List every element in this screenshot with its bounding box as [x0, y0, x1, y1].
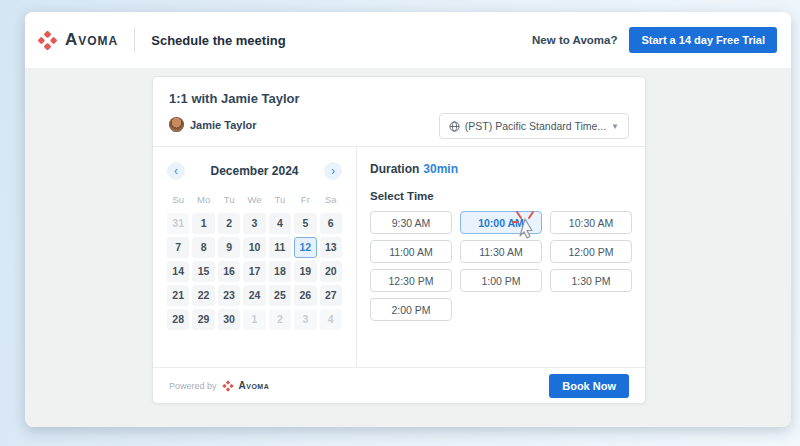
weekday-header-row: SuMoTuWeTuFrSa — [167, 194, 342, 205]
card-content: ‹ December 2024 › SuMoTuWeTuFrSa 3112345… — [153, 146, 645, 367]
weekday-label: Tu — [269, 194, 291, 205]
calendar-day[interactable]: 8 — [192, 237, 214, 258]
powered-by-label: Powered by — [169, 381, 217, 391]
avoma-logo-icon-small — [222, 380, 234, 392]
free-trial-button[interactable]: Start a 14 day Free Trial — [629, 27, 777, 53]
weekday-label: Mo — [192, 194, 214, 205]
calendar-day[interactable]: 20 — [320, 261, 342, 282]
time-slot-button[interactable]: 12:00 PM — [550, 240, 632, 263]
calendar-day[interactable]: 1 — [192, 213, 214, 234]
timezone-value: (PST) Pacific Standard Time... — [465, 120, 606, 132]
scheduling-card: 1:1 with Jamie Taylor Jamie Taylor (PST)… — [152, 76, 646, 404]
time-slot-button[interactable]: 9:30 AM — [370, 211, 452, 234]
calendar-day[interactable]: 14 — [167, 261, 189, 282]
calendar-panel: ‹ December 2024 › SuMoTuWeTuFrSa 3112345… — [153, 147, 357, 367]
time-slot-button[interactable]: 2:00 PM — [370, 298, 452, 321]
select-time-label: Select Time — [370, 190, 632, 202]
book-now-button[interactable]: Book Now — [549, 374, 629, 398]
new-to-avoma-label: New to Avoma? — [532, 34, 617, 46]
calendar-day[interactable]: 29 — [192, 309, 214, 330]
powered-by-brand: Avoma — [239, 380, 270, 391]
weekday-label: Fr — [294, 194, 316, 205]
calendar-day: 4 — [320, 309, 342, 330]
calendar-day[interactable]: 13 — [320, 237, 342, 258]
time-slot-button[interactable]: 10:30 AM — [550, 211, 632, 234]
calendar-day[interactable]: 6 — [320, 213, 342, 234]
time-slot-button[interactable]: 1:30 PM — [550, 269, 632, 292]
calendar-nav: ‹ December 2024 › — [167, 162, 342, 180]
weekday-label: Tu — [218, 194, 240, 205]
calendar-grid: 3112345678910111213141516171819202122232… — [167, 213, 342, 330]
calendar-day: 31 — [167, 213, 189, 234]
calendar-day[interactable]: 15 — [192, 261, 214, 282]
time-slot-grid: 9:30 AM10:00 AM10:30 AM11:00 AM11:30 AM1… — [370, 211, 632, 321]
calendar-day[interactable]: 16 — [218, 261, 240, 282]
calendar-day[interactable]: 10 — [243, 237, 265, 258]
calendar-day[interactable]: 18 — [269, 261, 291, 282]
chevron-down-icon: ▼ — [611, 122, 619, 131]
prev-month-button[interactable]: ‹ — [167, 162, 185, 180]
calendar-day[interactable]: 30 — [218, 309, 240, 330]
calendar-day[interactable]: 11 — [269, 237, 291, 258]
calendar-day[interactable]: 3 — [243, 213, 265, 234]
calendar-day: 2 — [269, 309, 291, 330]
time-slot-button[interactable]: 11:00 AM — [370, 240, 452, 263]
calendar-day[interactable]: 7 — [167, 237, 189, 258]
time-panel: Duration30min Select Time 9:30 AM10:00 A… — [357, 147, 645, 367]
brand-name: Avoma — [65, 30, 118, 50]
calendar-day[interactable]: 28 — [167, 309, 189, 330]
time-slot-button[interactable]: 12:30 PM — [370, 269, 452, 292]
calendar-day[interactable]: 2 — [218, 213, 240, 234]
next-month-button[interactable]: › — [324, 162, 342, 180]
month-label: December 2024 — [210, 164, 298, 178]
host-name: Jamie Taylor — [190, 119, 256, 131]
card-header: 1:1 with Jamie Taylor Jamie Taylor (PST)… — [153, 77, 645, 146]
duration-row: Duration30min — [370, 162, 632, 176]
avoma-brand: Avoma — [37, 30, 118, 51]
app-header: Avoma Schedule the meeting New to Avoma?… — [25, 12, 791, 68]
header-divider — [134, 27, 135, 53]
header-right: New to Avoma? Start a 14 day Free Trial — [532, 27, 777, 53]
time-slot-button-selected[interactable]: 10:00 AM — [460, 211, 542, 234]
page-background: Avoma Schedule the meeting New to Avoma?… — [0, 0, 800, 446]
calendar-day: 3 — [294, 309, 316, 330]
calendar-day[interactable]: 9 — [218, 237, 240, 258]
calendar-day[interactable]: 24 — [243, 285, 265, 306]
calendar-day[interactable]: 26 — [294, 285, 316, 306]
calendar-day[interactable]: 4 — [269, 213, 291, 234]
calendar-day[interactable]: 27 — [320, 285, 342, 306]
page-title: Schedule the meeting — [151, 33, 285, 48]
globe-icon — [449, 121, 460, 132]
avoma-logo-icon — [37, 30, 58, 51]
duration-value[interactable]: 30min — [423, 162, 458, 176]
calendar-day[interactable]: 19 — [294, 261, 316, 282]
calendar-day[interactable]: 25 — [269, 285, 291, 306]
calendar-day[interactable]: 23 — [218, 285, 240, 306]
calendar-day[interactable]: 22 — [192, 285, 214, 306]
timezone-select[interactable]: (PST) Pacific Standard Time... ▼ — [439, 113, 629, 139]
host-avatar — [169, 117, 184, 132]
meeting-title: 1:1 with Jamie Taylor — [169, 91, 629, 106]
calendar-day[interactable]: 17 — [243, 261, 265, 282]
card-footer: Powered by Avoma Book Now — [153, 367, 645, 403]
duration-label: Duration — [370, 162, 419, 176]
calendar-day: 1 — [243, 309, 265, 330]
calendar-day-selected[interactable]: 12 — [294, 237, 316, 258]
weekday-label: Su — [167, 194, 189, 205]
calendar-day[interactable]: 5 — [294, 213, 316, 234]
calendar-day[interactable]: 21 — [167, 285, 189, 306]
weekday-label: We — [243, 194, 265, 205]
time-slot-button[interactable]: 11:30 AM — [460, 240, 542, 263]
powered-by: Powered by Avoma — [169, 380, 269, 392]
time-slot-button[interactable]: 1:00 PM — [460, 269, 542, 292]
weekday-label: Sa — [320, 194, 342, 205]
app-window: Avoma Schedule the meeting New to Avoma?… — [25, 12, 791, 427]
